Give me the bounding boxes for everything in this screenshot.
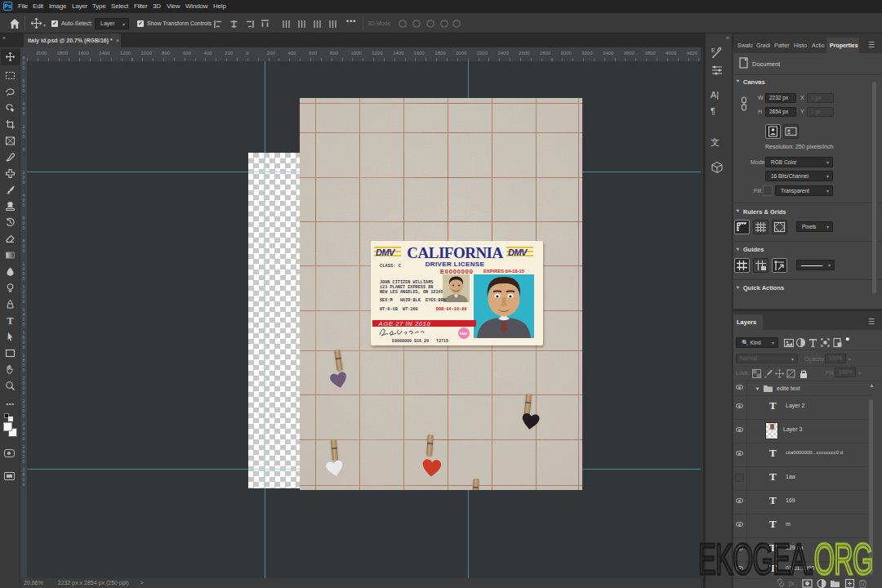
svg-text:E: E <box>711 47 715 53</box>
svg-text:T: T <box>7 315 14 326</box>
